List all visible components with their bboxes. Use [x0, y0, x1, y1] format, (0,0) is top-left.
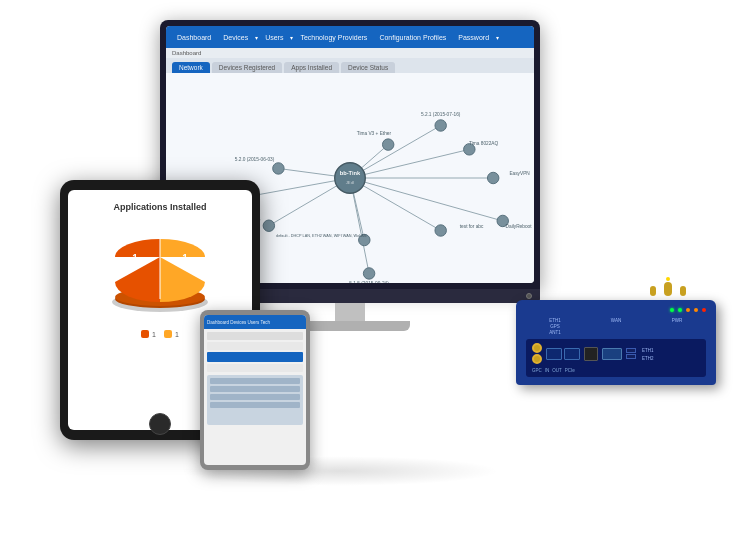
- svg-point-34: [363, 268, 374, 279]
- svg-text:5.1.5 (2015-09-24): 5.1.5 (2015-09-24): [349, 281, 389, 283]
- phone-section: [207, 375, 303, 425]
- phone-row-2: [207, 342, 303, 350]
- svg-text:EasyVPN: EasyVPN: [509, 171, 530, 176]
- port-label-eth1: ETH1 GPS ANT1: [526, 317, 584, 335]
- led-4: [694, 308, 698, 312]
- router-bottom-ports: ETH1 ETH2 GPC IN OUT PCIe: [526, 339, 706, 377]
- phone: Dashboard Devices Users Tech: [200, 310, 310, 470]
- svg-point-20: [273, 163, 284, 174]
- serial-port-2: [626, 354, 636, 359]
- svg-text:default - DHCP LAN, ETH2 WAN, : default - DHCP LAN, ETH2 WAN, WIFI WAN, …: [276, 234, 367, 238]
- svg-text:test for abc: test for abc: [460, 224, 484, 229]
- phone-row-4: [207, 364, 303, 372]
- svg-text:5.2.0 (2015-06-03): 5.2.0 (2015-06-03): [235, 157, 275, 162]
- monitor-tabs: Network Devices Registered Apps Installe…: [166, 58, 534, 73]
- led-3: [686, 308, 690, 312]
- svg-text:1: 1: [132, 253, 138, 264]
- legend-color-1: [141, 330, 149, 338]
- rf-port-2: [532, 354, 542, 364]
- svg-text:Tima V3 + Ether: Tima V3 + Ether: [357, 131, 392, 136]
- svg-text:1: 1: [182, 253, 188, 264]
- phone-section-row-1: [210, 378, 300, 384]
- nav-config[interactable]: Configuration Profiles: [374, 32, 451, 43]
- antenna-1: [650, 286, 656, 296]
- svg-point-24: [487, 172, 498, 183]
- phone-navbar: Dashboard Devices Users Tech: [204, 315, 306, 329]
- phone-content: [204, 329, 306, 428]
- led-5: [702, 308, 706, 312]
- nav-devices-arrow: ▾: [255, 34, 258, 41]
- svg-text:5.2.1 (2015-07-16): 5.2.1 (2015-07-16): [421, 112, 461, 117]
- tablet-title: Applications Installed: [113, 202, 206, 212]
- phone-row-3: [207, 352, 303, 362]
- router-second-port-row: GPC IN OUT PCIe: [532, 367, 700, 373]
- label-eth1a: ETH1: [642, 348, 654, 353]
- pie-legend: 1 1: [141, 330, 179, 338]
- nav-password[interactable]: Password: [453, 32, 494, 43]
- monitor-navbar: Dashboard Devices▾ Users▾ Technology Pro…: [166, 26, 534, 48]
- eth-port-1: [546, 348, 562, 360]
- tablet-home-button[interactable]: [149, 413, 171, 435]
- wifi-card: [602, 348, 622, 360]
- tab-network[interactable]: Network: [172, 62, 210, 73]
- nav-password-arrow: ▾: [496, 34, 499, 41]
- svg-point-11: [335, 163, 366, 194]
- svg-line-2: [350, 149, 469, 178]
- nav-users-arrow: ▾: [290, 34, 293, 41]
- router-antennas: [650, 282, 686, 296]
- svg-text:bb-Tink: bb-Tink: [340, 170, 361, 176]
- router-port-row: ETH1 ETH2: [532, 343, 700, 364]
- antenna-2: [664, 282, 672, 296]
- router-body: ETH1 GPS ANT1 WAN PWR: [516, 300, 716, 385]
- phone-section-row-2: [210, 386, 300, 392]
- scene: Dashboard Devices▾ Users▾ Technology Pro…: [0, 0, 746, 536]
- label-pcie: PCIe: [565, 368, 575, 373]
- router-port-labels: ETH1 GPS ANT1 WAN PWR: [526, 317, 706, 335]
- nav-devices[interactable]: Devices: [218, 32, 253, 43]
- label-in: IN: [545, 368, 550, 373]
- phone-section-row-4: [210, 402, 300, 408]
- legend-item-1: 1: [141, 330, 156, 338]
- nav-dashboard[interactable]: Dashboard: [172, 32, 216, 43]
- legend-label-1: 1: [152, 331, 156, 338]
- nav-users[interactable]: Users: [260, 32, 288, 43]
- label-out: OUT: [552, 368, 562, 373]
- power-button[interactable]: [526, 293, 532, 299]
- legend-item-2: 1: [164, 330, 179, 338]
- svg-point-16: [382, 139, 393, 150]
- label-eth2a: ETH2: [642, 356, 654, 361]
- port-label-power: PWR: [648, 317, 706, 335]
- led-2: [678, 308, 682, 312]
- rf-port-1: [532, 343, 542, 353]
- pie-chart: 1 1: [100, 222, 220, 322]
- antenna-port-group: [532, 343, 542, 364]
- svg-line-9: [350, 178, 503, 221]
- serial-port-group: [626, 348, 636, 359]
- serial-port-1: [626, 348, 636, 353]
- svg-point-26: [263, 220, 274, 231]
- router-leds: [526, 308, 706, 312]
- legend-label-2: 1: [175, 331, 179, 338]
- eth-port-2: [564, 348, 580, 360]
- tab-device-status[interactable]: Device Status: [341, 62, 395, 73]
- nav-tech[interactable]: Technology Providers: [295, 32, 372, 43]
- usb-port: [584, 347, 598, 361]
- router: ETH1 GPS ANT1 WAN PWR: [516, 300, 716, 385]
- phone-row-1: [207, 332, 303, 340]
- phone-nav-text: Dashboard Devices Users Tech: [207, 320, 270, 325]
- led-1: [670, 308, 674, 312]
- svg-text:DailyReboot: DailyReboot: [506, 224, 533, 229]
- port-label-wan: WAN: [587, 317, 645, 335]
- svg-text:JEdI: JEdI: [346, 180, 355, 185]
- monitor-stand-neck: [335, 303, 365, 321]
- svg-text:Tima 8022AQ: Tima 8022AQ: [469, 141, 499, 146]
- svg-point-14: [435, 120, 446, 131]
- small-port-labels: ETH1 ETH2: [642, 347, 654, 361]
- breadcrumb: Dashboard: [166, 48, 534, 58]
- phone-section-row-3: [210, 394, 300, 400]
- eth-port-group: [546, 348, 580, 360]
- tab-apps-installed[interactable]: Apps Installed: [284, 62, 339, 73]
- legend-color-2: [164, 330, 172, 338]
- svg-point-30: [435, 225, 446, 236]
- tab-devices-registered[interactable]: Devices Registered: [212, 62, 282, 73]
